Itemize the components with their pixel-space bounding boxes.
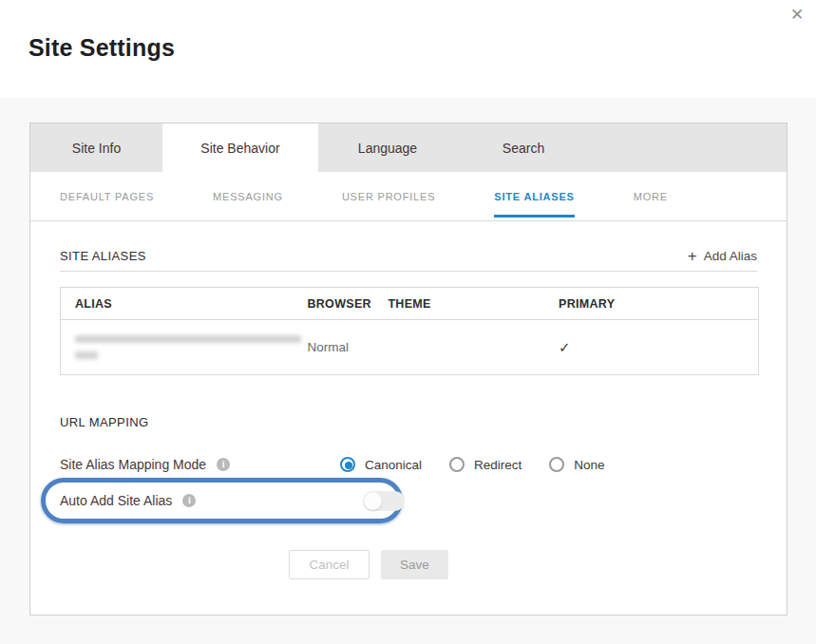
section-divider [60,271,757,272]
info-icon[interactable]: i [182,494,196,507]
subtab-site-aliases[interactable]: SITE ALIASES [494,172,574,220]
alias-table: ALIAS BROWSER THEME PRIMARY Normal [60,287,759,375]
radio-redirect[interactable]: Redirect [449,457,522,472]
tab-search[interactable]: Search [457,123,590,172]
table-row[interactable]: Normal ✓ [61,320,759,375]
radio-circle-canonical [340,457,355,472]
action-buttons: Cancel Save [60,550,757,579]
alias-cell-redacted [61,320,308,375]
primary-cell: ✓ [536,320,758,375]
checkmark-icon: ✓ [559,339,571,355]
page-title: Site Settings [28,34,175,62]
url-mapping-heading: URL MAPPING [60,415,757,429]
subtab-default-pages[interactable]: DEFAULT PAGES [60,172,154,220]
subtab-messaging[interactable]: MESSAGING [213,172,283,220]
sub-tab-bar: DEFAULT PAGES MESSAGING USER PROFILES SI… [30,172,787,221]
cancel-button[interactable]: Cancel [289,550,370,579]
col-header-alias: ALIAS [61,288,308,320]
settings-panel: Site Info Site Behavior Language Search … [29,123,788,616]
radio-canonical[interactable]: Canonical [340,457,422,472]
auto-add-toggle[interactable] [363,491,405,511]
mapping-mode-radio-group: Canonical Redirect None [340,457,605,472]
col-header-browser: BROWSER [307,288,388,320]
radio-label-canonical: Canonical [365,458,422,472]
table-header-row: ALIAS BROWSER THEME PRIMARY [61,288,759,320]
auto-add-site-alias-row: Auto Add Site Alias i [60,490,757,511]
radio-circle-none [549,457,564,472]
subtab-more[interactable]: MORE [634,172,668,220]
radio-label-none: None [574,458,604,472]
tab-content: SITE ALIASES + Add Alias ALIAS BROWSER T… [30,248,787,579]
main-tab-bar: Site Info Site Behavior Language Search [30,123,787,172]
toggle-knob [364,492,382,510]
add-alias-label: Add Alias [704,249,757,263]
radio-label-redirect: Redirect [474,458,522,472]
site-aliases-section-header: SITE ALIASES + Add Alias [60,248,757,264]
add-alias-button[interactable]: + Add Alias [688,248,757,264]
mapping-mode-label: Site Alias Mapping Mode [60,457,206,472]
radio-circle-redirect [449,457,465,472]
save-button[interactable]: Save [381,550,448,579]
browser-cell: Normal [307,320,388,375]
tab-site-info[interactable]: Site Info [30,123,162,172]
tab-language[interactable]: Language [318,123,457,172]
auto-add-label: Auto Add Site Alias [60,493,172,508]
site-aliases-heading: SITE ALIASES [60,249,146,263]
info-icon[interactable]: i [217,458,230,471]
theme-cell [388,320,536,375]
plus-icon: + [688,248,697,264]
close-icon[interactable]: ✕ [787,5,807,26]
mapping-mode-row: Site Alias Mapping Mode i Canonical Redi… [60,454,757,475]
tab-site-behavior[interactable]: Site Behavior [162,123,318,172]
col-header-theme: THEME [388,288,536,320]
subtab-user-profiles[interactable]: USER PROFILES [342,172,435,220]
radio-none[interactable]: None [549,457,604,472]
dialog-header: Site Settings ✕ [0,0,816,98]
col-header-primary: PRIMARY [536,288,758,320]
blurred-alias-text [75,331,307,363]
